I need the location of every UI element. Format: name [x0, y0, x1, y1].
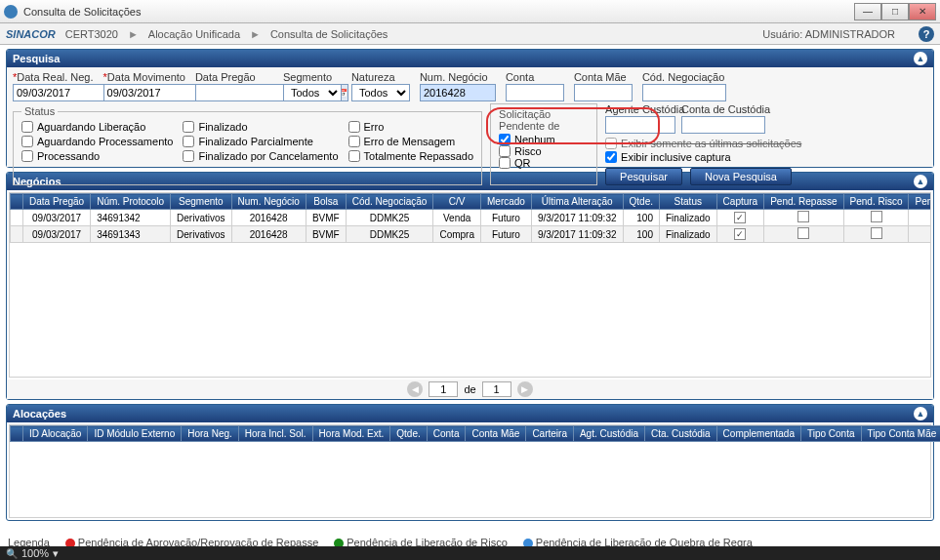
- chk-finalizado-parcialmente[interactable]: [183, 136, 194, 147]
- col-protocolo[interactable]: Núm. Protocolo: [91, 194, 171, 210]
- nova-pesquisa-button[interactable]: Nova Pesquisa: [690, 168, 792, 185]
- breadcrumb: SINACOR CERT3020 ► Alocação Unificada ► …: [0, 23, 940, 45]
- label-agente-custodia: Agente Custódia: [605, 103, 675, 115]
- panel-header-pesquisa[interactable]: Pesquisa ▲: [7, 50, 933, 67]
- panel-alocacoes: Alocações ▲ ID Alocação ID Módulo Extern…: [6, 404, 934, 521]
- breadcrumb-item[interactable]: Consulta de Solicitações: [270, 28, 388, 40]
- chk-aguardando-processamento[interactable]: [21, 136, 33, 147]
- chk-pending-nenhum[interactable]: [499, 134, 511, 145]
- col-qtde[interactable]: Qtde.: [623, 194, 659, 210]
- pager-total: [482, 381, 511, 397]
- pager-next-icon[interactable]: ▶: [517, 381, 533, 397]
- statusbar: 🔍 100% ▾: [0, 546, 940, 560]
- input-conta-custodia[interactable]: [681, 116, 765, 134]
- label-segmento: Segmento: [283, 71, 342, 83]
- breadcrumb-sep: ►: [250, 28, 261, 40]
- input-num-negocio[interactable]: [420, 84, 496, 101]
- panel-pesquisa: Pesquisa ▲ Data Real. Neg. 📅 Data Movime…: [6, 49, 934, 168]
- chk-exibir-inclusive[interactable]: [605, 151, 617, 163]
- panel-negocios: Negócios ▲ Data Pregão Núm. Protocolo Se…: [6, 172, 934, 400]
- label-data-pregao: Data Pregão: [195, 71, 273, 83]
- input-cod-negociacao[interactable]: [642, 84, 726, 101]
- label-natureza: Natureza: [351, 71, 410, 83]
- logo: SINACOR: [6, 28, 56, 40]
- label-conta: Conta: [506, 71, 564, 83]
- label-data-movimento: Data Movimento: [103, 71, 185, 83]
- zoom-dropdown-icon[interactable]: ▾: [53, 547, 59, 560]
- breadcrumb-item[interactable]: Alocação Unificada: [148, 28, 240, 40]
- collapse-icon[interactable]: ▲: [914, 52, 927, 65]
- window-titlebar: Consulta de Solicitações — □ ✕: [0, 0, 940, 23]
- pending-label: Solicitação Pendente de: [499, 108, 589, 132]
- select-natureza[interactable]: Todos: [351, 84, 410, 101]
- input-conta[interactable]: [506, 84, 564, 101]
- col-mercado[interactable]: Mercado: [480, 194, 531, 210]
- zoom-level: 100%: [21, 547, 49, 559]
- chk-processando[interactable]: [21, 150, 33, 162]
- table-row[interactable]: 09/03/201734691343Derivativos2016428BVMF…: [11, 226, 932, 243]
- input-agente-custodia[interactable]: [605, 116, 675, 134]
- col-bolsa[interactable]: Bolsa: [306, 194, 346, 210]
- col-pend-repasse[interactable]: Pend. Repasse: [764, 194, 843, 210]
- label-cod-negociacao: Cód. Negociação: [642, 71, 726, 83]
- col-status[interactable]: Status: [660, 194, 717, 210]
- col-pend-risco[interactable]: Pend. Risco: [843, 194, 909, 210]
- status-legend: Status: [21, 105, 58, 117]
- input-conta-mae[interactable]: [574, 84, 633, 101]
- chk-finalizado-cancelamento[interactable]: [183, 150, 194, 162]
- pager: ◀ de ▶: [7, 380, 933, 399]
- panel-title: Pesquisa: [13, 53, 60, 64]
- pesquisar-button[interactable]: Pesquisar: [605, 168, 682, 185]
- col-captura[interactable]: Captura: [716, 194, 764, 210]
- select-segmento[interactable]: Todos: [283, 84, 342, 101]
- label-conta-custodia: Conta de Custódia: [681, 103, 765, 115]
- table-header-row: ID Alocação ID Módulo Externo Hora Neg. …: [11, 426, 941, 442]
- window-title: Consulta de Solicitações: [23, 6, 854, 18]
- chk-erro-mensagem[interactable]: [348, 136, 360, 147]
- chk-pending-qr[interactable]: [499, 157, 511, 169]
- chk-erro[interactable]: [348, 121, 360, 133]
- close-button[interactable]: ✕: [909, 3, 936, 20]
- label-data-real-neg: Data Real. Neg.: [13, 71, 94, 83]
- zoom-icon[interactable]: 🔍: [6, 548, 18, 559]
- chk-pending-risco[interactable]: [499, 145, 511, 157]
- maximize-button[interactable]: □: [881, 3, 909, 20]
- pager-page-input[interactable]: [429, 381, 458, 397]
- panel-title: Alocações: [13, 408, 66, 420]
- col-ultima[interactable]: Última Alteração: [531, 194, 623, 210]
- col-data-pregao[interactable]: Data Pregão: [23, 194, 91, 210]
- breadcrumb-item[interactable]: CERT3020: [65, 28, 118, 40]
- pager-de: de: [464, 383, 475, 395]
- table-header-row: Data Pregão Núm. Protocolo Segmento Num.…: [11, 194, 932, 210]
- help-icon[interactable]: ?: [919, 26, 934, 42]
- col-segmento[interactable]: Segmento: [171, 194, 231, 210]
- alocacoes-grid: ID Alocação ID Módulo Externo Hora Neg. …: [10, 425, 940, 442]
- chk-finalizado[interactable]: [183, 121, 194, 133]
- pending-fieldset: Solicitação Pendente de Nenhum Risco QR: [490, 103, 597, 185]
- status-fieldset: Status Aguardando Liberação Aguardando P…: [13, 105, 482, 185]
- negocios-grid: Data Pregão Núm. Protocolo Segmento Num.…: [10, 193, 931, 243]
- panel-header-alocacoes[interactable]: Alocações ▲: [7, 405, 933, 422]
- col-pend-quebra[interactable]: Pend. Quebra Regra: [909, 194, 931, 210]
- app-icon: [4, 5, 18, 19]
- col-cod-negociacao[interactable]: Cód. Negociação: [346, 194, 433, 210]
- minimize-button[interactable]: —: [854, 3, 881, 20]
- col-cv[interactable]: C/V: [433, 194, 481, 210]
- table-row[interactable]: 09/03/201734691342Derivativos2016428BVMF…: [11, 210, 932, 226]
- collapse-icon[interactable]: ▲: [914, 407, 927, 420]
- chk-aguardando-liberacao[interactable]: [21, 121, 33, 133]
- chk-exibir-somente[interactable]: [605, 138, 617, 149]
- label-num-negocio: Num. Negócio: [420, 71, 496, 83]
- user-label: Usuário: ADMINISTRADOR: [762, 28, 895, 40]
- label-conta-mae: Conta Mãe: [574, 71, 633, 83]
- pager-prev-icon[interactable]: ◀: [407, 381, 423, 397]
- chk-totalmente-repassado[interactable]: [348, 150, 360, 162]
- col-num-negocio[interactable]: Num. Negócio: [231, 194, 306, 210]
- breadcrumb-sep: ►: [128, 28, 139, 40]
